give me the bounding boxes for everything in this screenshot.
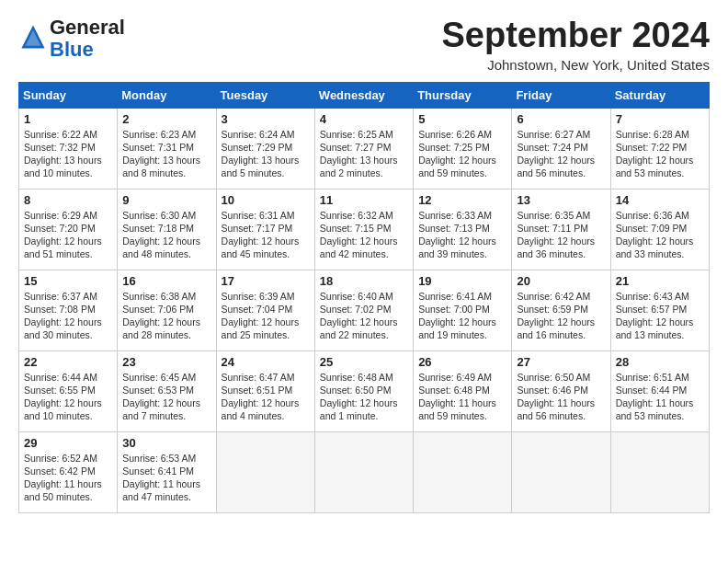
- day-info: Sunrise: 6:24 AM Sunset: 7:29 PM Dayligh…: [222, 128, 310, 180]
- calendar-cell: 8Sunrise: 6:29 AM Sunset: 7:20 PM Daylig…: [19, 189, 118, 270]
- day-number: 22: [24, 355, 112, 369]
- calendar-cell: 25Sunrise: 6:48 AM Sunset: 6:50 PM Dayli…: [314, 350, 413, 431]
- day-info: Sunrise: 6:51 AM Sunset: 6:44 PM Dayligh…: [616, 371, 704, 423]
- calendar-header-row: SundayMondayTuesdayWednesdayThursdayFrid…: [19, 82, 710, 108]
- day-info: Sunrise: 6:49 AM Sunset: 6:48 PM Dayligh…: [418, 371, 506, 423]
- day-info: Sunrise: 6:28 AM Sunset: 7:22 PM Dayligh…: [616, 128, 704, 180]
- day-number: 18: [320, 274, 408, 288]
- calendar-cell: 13Sunrise: 6:35 AM Sunset: 7:11 PM Dayli…: [512, 189, 610, 270]
- calendar-cell: 10Sunrise: 6:31 AM Sunset: 7:17 PM Dayli…: [216, 189, 314, 270]
- day-number: 21: [616, 274, 704, 288]
- day-number: 6: [517, 112, 605, 126]
- day-info: Sunrise: 6:45 AM Sunset: 6:53 PM Dayligh…: [122, 371, 210, 423]
- day-number: 13: [517, 193, 605, 207]
- calendar-cell: [414, 431, 512, 512]
- month-title: September 2024: [442, 17, 711, 55]
- day-number: 17: [222, 274, 310, 288]
- day-info: Sunrise: 6:29 AM Sunset: 7:20 PM Dayligh…: [24, 209, 112, 261]
- day-info: Sunrise: 6:42 AM Sunset: 6:59 PM Dayligh…: [517, 290, 605, 342]
- day-info: Sunrise: 6:37 AM Sunset: 7:08 PM Dayligh…: [24, 290, 112, 342]
- calendar-cell: 6Sunrise: 6:27 AM Sunset: 7:24 PM Daylig…: [512, 108, 610, 189]
- day-number: 25: [320, 355, 408, 369]
- day-info: Sunrise: 6:26 AM Sunset: 7:25 PM Dayligh…: [418, 128, 506, 180]
- day-info: Sunrise: 6:36 AM Sunset: 7:09 PM Dayligh…: [616, 209, 704, 261]
- calendar-cell: 28Sunrise: 6:51 AM Sunset: 6:44 PM Dayli…: [610, 350, 709, 431]
- logo-icon: [20, 24, 46, 50]
- calendar-cell: 9Sunrise: 6:30 AM Sunset: 7:18 PM Daylig…: [118, 189, 216, 270]
- calendar-body: 1Sunrise: 6:22 AM Sunset: 7:32 PM Daylig…: [19, 108, 710, 512]
- day-number: 4: [320, 112, 408, 126]
- calendar-cell: 23Sunrise: 6:45 AM Sunset: 6:53 PM Dayli…: [118, 350, 216, 431]
- location: Johnstown, New York, United States: [442, 57, 711, 73]
- day-number: 8: [24, 193, 112, 207]
- day-number: 14: [616, 193, 704, 207]
- calendar-cell: 27Sunrise: 6:50 AM Sunset: 6:46 PM Dayli…: [512, 350, 610, 431]
- day-info: Sunrise: 6:52 AM Sunset: 6:42 PM Dayligh…: [24, 452, 112, 504]
- calendar-cell: 7Sunrise: 6:28 AM Sunset: 7:22 PM Daylig…: [610, 108, 709, 189]
- day-info: Sunrise: 6:43 AM Sunset: 6:57 PM Dayligh…: [616, 290, 704, 342]
- day-info: Sunrise: 6:50 AM Sunset: 6:46 PM Dayligh…: [517, 371, 605, 423]
- calendar-cell: 19Sunrise: 6:41 AM Sunset: 7:00 PM Dayli…: [414, 270, 512, 350]
- calendar-cell: 26Sunrise: 6:49 AM Sunset: 6:48 PM Dayli…: [414, 350, 512, 431]
- page-header: General Blue September 2024 Johnstown, N…: [18, 17, 710, 73]
- calendar-cell: [512, 431, 610, 512]
- calendar-table: SundayMondayTuesdayWednesdayThursdayFrid…: [18, 82, 710, 513]
- calendar-cell: 5Sunrise: 6:26 AM Sunset: 7:25 PM Daylig…: [414, 108, 512, 189]
- calendar-cell: [216, 431, 314, 512]
- day-info: Sunrise: 6:48 AM Sunset: 6:50 PM Dayligh…: [320, 371, 408, 423]
- day-number: 19: [418, 274, 506, 288]
- calendar-cell: 30Sunrise: 6:53 AM Sunset: 6:41 PM Dayli…: [118, 431, 216, 512]
- calendar-week-3: 15Sunrise: 6:37 AM Sunset: 7:08 PM Dayli…: [19, 270, 710, 350]
- day-info: Sunrise: 6:27 AM Sunset: 7:24 PM Dayligh…: [517, 128, 605, 180]
- day-info: Sunrise: 6:22 AM Sunset: 7:32 PM Dayligh…: [24, 128, 112, 180]
- calendar-cell: 12Sunrise: 6:33 AM Sunset: 7:13 PM Dayli…: [414, 189, 512, 270]
- col-header-tuesday: Tuesday: [216, 82, 314, 108]
- day-number: 10: [222, 193, 310, 207]
- calendar-week-4: 22Sunrise: 6:44 AM Sunset: 6:55 PM Dayli…: [19, 350, 710, 431]
- calendar-cell: 21Sunrise: 6:43 AM Sunset: 6:57 PM Dayli…: [610, 270, 709, 350]
- calendar-week-2: 8Sunrise: 6:29 AM Sunset: 7:20 PM Daylig…: [19, 189, 710, 270]
- col-header-friday: Friday: [512, 82, 610, 108]
- logo-general: General: [50, 16, 125, 39]
- calendar-cell: [610, 431, 709, 512]
- day-number: 24: [222, 355, 310, 369]
- day-number: 12: [418, 193, 506, 207]
- calendar-cell: 17Sunrise: 6:39 AM Sunset: 7:04 PM Dayli…: [216, 270, 314, 350]
- calendar-cell: 22Sunrise: 6:44 AM Sunset: 6:55 PM Dayli…: [19, 350, 118, 431]
- day-info: Sunrise: 6:31 AM Sunset: 7:17 PM Dayligh…: [222, 209, 310, 261]
- day-number: 2: [122, 112, 210, 126]
- day-info: Sunrise: 6:23 AM Sunset: 7:31 PM Dayligh…: [122, 128, 210, 180]
- calendar-cell: 2Sunrise: 6:23 AM Sunset: 7:31 PM Daylig…: [118, 108, 216, 189]
- calendar-cell: 20Sunrise: 6:42 AM Sunset: 6:59 PM Dayli…: [512, 270, 610, 350]
- calendar-cell: 15Sunrise: 6:37 AM Sunset: 7:08 PM Dayli…: [19, 270, 118, 350]
- calendar-cell: 24Sunrise: 6:47 AM Sunset: 6:51 PM Dayli…: [216, 350, 314, 431]
- day-info: Sunrise: 6:35 AM Sunset: 7:11 PM Dayligh…: [517, 209, 605, 261]
- day-info: Sunrise: 6:38 AM Sunset: 7:06 PM Dayligh…: [122, 290, 210, 342]
- calendar-cell: 3Sunrise: 6:24 AM Sunset: 7:29 PM Daylig…: [216, 108, 314, 189]
- day-info: Sunrise: 6:47 AM Sunset: 6:51 PM Dayligh…: [222, 371, 310, 423]
- calendar-cell: 14Sunrise: 6:36 AM Sunset: 7:09 PM Dayli…: [610, 189, 709, 270]
- day-number: 26: [418, 355, 506, 369]
- day-info: Sunrise: 6:44 AM Sunset: 6:55 PM Dayligh…: [24, 371, 112, 423]
- day-info: Sunrise: 6:30 AM Sunset: 7:18 PM Dayligh…: [122, 209, 210, 261]
- col-header-saturday: Saturday: [610, 82, 709, 108]
- day-number: 1: [24, 112, 112, 126]
- day-number: 30: [122, 436, 210, 450]
- day-number: 9: [122, 193, 210, 207]
- logo: General Blue: [18, 17, 125, 61]
- calendar-cell: 1Sunrise: 6:22 AM Sunset: 7:32 PM Daylig…: [19, 108, 118, 189]
- day-info: Sunrise: 6:41 AM Sunset: 7:00 PM Dayligh…: [418, 290, 506, 342]
- day-number: 16: [122, 274, 210, 288]
- day-number: 27: [517, 355, 605, 369]
- day-number: 20: [517, 274, 605, 288]
- calendar-cell: 29Sunrise: 6:52 AM Sunset: 6:42 PM Dayli…: [19, 431, 118, 512]
- day-info: Sunrise: 6:32 AM Sunset: 7:15 PM Dayligh…: [320, 209, 408, 261]
- day-number: 23: [122, 355, 210, 369]
- day-number: 7: [616, 112, 704, 126]
- calendar-cell: 11Sunrise: 6:32 AM Sunset: 7:15 PM Dayli…: [314, 189, 413, 270]
- day-info: Sunrise: 6:25 AM Sunset: 7:27 PM Dayligh…: [320, 128, 408, 180]
- col-header-sunday: Sunday: [19, 82, 118, 108]
- calendar-week-1: 1Sunrise: 6:22 AM Sunset: 7:32 PM Daylig…: [19, 108, 710, 189]
- day-info: Sunrise: 6:40 AM Sunset: 7:02 PM Dayligh…: [320, 290, 408, 342]
- day-number: 15: [24, 274, 112, 288]
